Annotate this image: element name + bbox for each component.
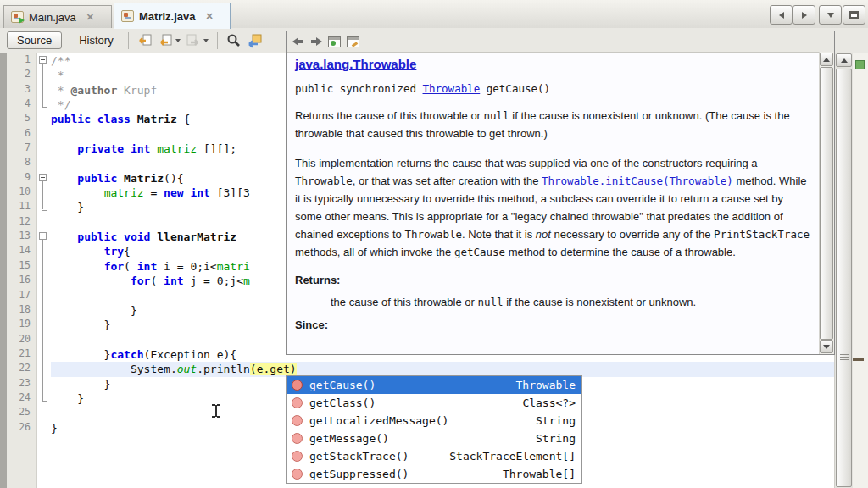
javadoc-link[interactable]: Throwable.initCause(Throwable) xyxy=(542,175,733,187)
completion-item[interactable]: getMessage()String xyxy=(287,430,581,447)
maximize-window-button[interactable] xyxy=(843,5,865,25)
javadoc-signature: public synchronized Throwable getCause() xyxy=(295,82,810,95)
editor-tab-bar: Main.java ✕ Matriz.java ✕ xyxy=(0,0,868,29)
scrollbar-thumb[interactable] xyxy=(820,67,833,340)
source-view-button[interactable]: Source xyxy=(7,31,62,49)
javadoc-text: Throwable xyxy=(404,228,462,241)
go-to-source-icon[interactable] xyxy=(347,36,359,47)
fold-collapse-icon[interactable] xyxy=(39,174,47,181)
scrollbar-thumb[interactable] xyxy=(836,69,852,487)
code-token: (e.get) xyxy=(250,363,297,375)
code-token: } xyxy=(51,201,84,214)
tab-matriz-java[interactable]: Matriz.java ✕ xyxy=(114,3,231,29)
javadoc-paragraph-1: Returns the cause of this throwable or n… xyxy=(295,107,810,142)
java-main-class-icon xyxy=(11,11,24,23)
completion-return-type: String xyxy=(536,432,576,445)
code-token: ( xyxy=(150,274,164,287)
line-number: 1 xyxy=(7,53,36,67)
forward-dropdown-icon[interactable] xyxy=(203,39,209,42)
line-number: 17 xyxy=(7,288,36,302)
tab-main-java[interactable]: Main.java ✕ xyxy=(3,5,112,28)
fold-guide-line xyxy=(42,240,43,401)
javadoc-text: getCause xyxy=(454,246,505,258)
code-token: (){ xyxy=(164,172,183,185)
show-in-browser-icon[interactable] xyxy=(328,36,341,47)
code-token: llenarMatriz xyxy=(157,230,236,243)
code-token: } xyxy=(51,422,58,435)
completion-item[interactable]: getCause()Throwable xyxy=(287,376,581,394)
line-number: 19 xyxy=(7,317,36,331)
line-number: 15 xyxy=(7,258,36,273)
code-token: out xyxy=(177,363,197,375)
method-icon xyxy=(292,397,303,408)
javadoc-toolbar xyxy=(287,31,834,53)
no-errors-indicator[interactable] xyxy=(855,60,865,69)
javadoc-scrollbar[interactable] xyxy=(819,52,834,354)
javadoc-text: . Note that it is xyxy=(462,228,536,241)
javadoc-popup: java.lang.Throwable public synchronized … xyxy=(286,30,835,355)
completion-return-type: Throwable xyxy=(516,379,576,391)
fold-collapse-icon[interactable] xyxy=(39,56,47,64)
javadoc-link[interactable]: Throwable xyxy=(423,82,481,95)
javadoc-class-link[interactable]: java.lang.Throwable xyxy=(295,57,416,71)
code-token xyxy=(51,260,104,273)
code-token: [3][3 xyxy=(217,186,250,199)
method-icon xyxy=(292,380,303,391)
completion-item[interactable]: getLocalizedMessage()String xyxy=(287,412,581,430)
code-token: public class xyxy=(51,113,137,125)
scroll-up-button[interactable] xyxy=(836,53,852,67)
code-token: matriz xyxy=(157,142,203,155)
find-previous-occurrence-icon[interactable] xyxy=(245,32,264,49)
scroll-up-button[interactable] xyxy=(820,53,833,66)
javadoc-forward-icon[interactable] xyxy=(310,36,322,47)
line-number: 8 xyxy=(7,155,36,169)
code-token xyxy=(51,274,131,287)
javadoc-text: null xyxy=(477,296,503,308)
code-token: for xyxy=(131,274,150,287)
code-line-22[interactable]: System.out.println(e.get) xyxy=(51,362,868,376)
close-tab-icon[interactable]: ✕ xyxy=(86,12,94,23)
method-icon xyxy=(292,433,303,444)
code-token: m xyxy=(243,274,250,287)
javadoc-returns-text: the cause of this throwable or null if t… xyxy=(295,296,810,308)
code-fold-margin[interactable] xyxy=(37,53,51,488)
javadoc-content: java.lang.Throwable public synchronized … xyxy=(287,52,818,354)
code-token: } xyxy=(51,319,110,331)
code-token: i = 0;i< xyxy=(164,260,217,273)
code-token: public void xyxy=(77,230,157,243)
editor-vertical-scrollbar[interactable] xyxy=(834,53,853,488)
scroll-tabs-left-button[interactable] xyxy=(770,5,793,25)
line-number: 4 xyxy=(7,97,36,111)
code-token: = xyxy=(144,186,164,199)
scroll-tabs-right-button[interactable] xyxy=(793,5,815,25)
fold-collapse-icon[interactable] xyxy=(39,232,47,240)
completion-item[interactable]: getStackTrace()StackTraceElement[] xyxy=(287,447,581,465)
close-tab-icon[interactable]: ✕ xyxy=(205,11,213,22)
code-token: /** xyxy=(51,54,70,67)
method-icon xyxy=(292,451,303,462)
code-token: int xyxy=(164,274,190,287)
line-number: 13 xyxy=(7,229,36,243)
javadoc-text: Throwable xyxy=(295,175,353,187)
code-token: } xyxy=(51,378,110,391)
chevron-left-icon xyxy=(779,12,784,19)
completion-item[interactable]: getSuppressed()Throwable[] xyxy=(287,465,581,483)
caret-position-mark[interactable] xyxy=(853,358,864,361)
fold-guide-line xyxy=(42,181,43,210)
scroll-down-button[interactable] xyxy=(820,340,833,353)
completion-item[interactable]: getClass()Class<?> xyxy=(287,394,581,412)
back-icon[interactable] xyxy=(156,32,175,49)
forward-icon[interactable] xyxy=(184,32,203,49)
last-edit-location-icon[interactable] xyxy=(136,32,154,49)
tab-list-dropdown-button[interactable] xyxy=(819,5,842,25)
line-number: 6 xyxy=(7,126,36,141)
find-selection-icon[interactable] xyxy=(225,32,243,49)
javadoc-back-icon[interactable] xyxy=(292,36,304,47)
history-view-button[interactable]: History xyxy=(70,32,121,48)
javadoc-text: getCause() xyxy=(480,82,550,95)
error-stripe[interactable] xyxy=(853,53,868,488)
code-token: catch xyxy=(110,348,143,361)
javadoc-text: the cause of this throwable or xyxy=(331,296,477,308)
back-dropdown-icon[interactable] xyxy=(175,39,181,42)
line-number: 24 xyxy=(7,391,36,405)
